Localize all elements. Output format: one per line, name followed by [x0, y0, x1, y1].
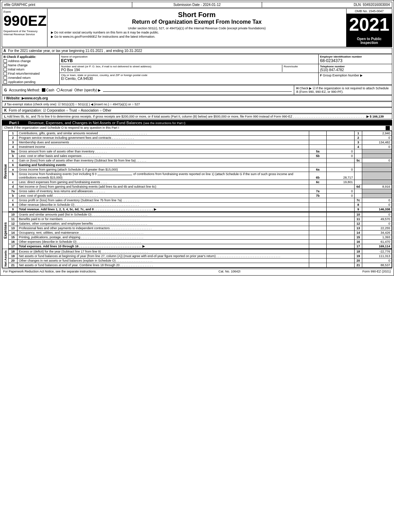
- table-row: 16 Other expenses (describe in Schedule …: [9, 240, 392, 244]
- table-row: c Less: direct expenses from gaming and …: [9, 180, 392, 185]
- section-f-label: F: [320, 74, 322, 77]
- footer-left: For Paperwork Reduction Act Notice, see …: [3, 270, 97, 273]
- room-label: Room/suite: [284, 65, 317, 68]
- form-org-text: Form of organization: ☑ Corporation ○ Tr…: [9, 108, 111, 112]
- table-row: 6 Gaming and fundraising events: [9, 163, 392, 167]
- tax-year: 2021: [347, 14, 392, 35]
- table-row: b Less: cost or other basis and sales ex…: [9, 154, 392, 158]
- ein-value: 68-0234373: [320, 58, 391, 63]
- table-row: 7a Gross sales of inventory, less return…: [9, 189, 392, 194]
- form-note3: ▶ Go to www.irs.gov/Form990EZ for instru…: [51, 35, 343, 38]
- section-a-text: For the 2021 calendar year, or tax year …: [8, 49, 142, 53]
- table-row: 18 Excess or (deficit) for the year (Sub…: [9, 249, 392, 254]
- footer-right: Form 990-EZ (2021): [362, 270, 391, 273]
- city-label: City or town, state or province, country…: [61, 74, 317, 77]
- part-i-check-text: Check if the organization used Schedule …: [4, 126, 119, 130]
- check-application-pending: Application pending: [3, 80, 58, 84]
- dln-number: DLN: 93492016003004: [262, 2, 392, 7]
- table-row: c Gross profit or (loss) from sales of i…: [9, 198, 392, 203]
- table-row: b Gross income from fundraising events (…: [9, 172, 392, 180]
- table-row: 10 Grants and similar amounts paid (list…: [9, 212, 392, 217]
- initial-return-label: Initial return: [8, 68, 24, 71]
- org-name-value: ECYB: [61, 58, 317, 63]
- accounting-label: Accounting Method:: [9, 88, 40, 92]
- check-address-change: Address change: [3, 59, 58, 63]
- open-to-public-label: Open to Public Inspection: [347, 35, 392, 47]
- address-label: Number and street (or P. O. box, if mail…: [61, 65, 279, 68]
- table-row: 12 Salaries, other compensation, and emp…: [9, 222, 392, 226]
- name-change-label: Name change: [8, 63, 28, 67]
- table-row: 14 Occupancy, rent, utilities, and maint…: [9, 231, 392, 235]
- table-row: 5a Gross amount from sale of assets othe…: [9, 149, 392, 154]
- address-change-label: Address change: [8, 59, 31, 63]
- other-label: Other (specify) ▶: [74, 88, 101, 92]
- revenue-side-label: Revenue: [2, 131, 8, 212]
- table-row: 11 Benefits paid to or for members . . .…: [9, 217, 392, 222]
- table-row: 4 Investment income . . . . . . . . . . …: [9, 145, 392, 149]
- org-name-label: Name of organization: [61, 55, 317, 58]
- website-text: Website: ▶www.ecyb.org: [6, 96, 48, 100]
- omb-number: OMB No. 1545-0047: [347, 9, 392, 14]
- part-i-title: Revenue, Expenses, and Changes in Net As…: [26, 120, 392, 126]
- form-subtitle: Department of the Treasury Internal Reve…: [3, 30, 46, 36]
- table-row: 9 Total revenue. Add lines 1, 2, 3, 4, 5…: [9, 207, 392, 212]
- section-l-dots: . . . . . . . . . . . . . . . . . . . . …: [293, 115, 366, 118]
- table-row: 17 Total expenses. Add lines 10 through …: [9, 244, 392, 249]
- table-row: 20 Other changes in net assets or fund b…: [9, 258, 392, 263]
- section-l-label: L: [4, 115, 6, 118]
- table-row: c Gain or (loss) from sale of assets oth…: [9, 158, 392, 163]
- tax-exempt-text: Tax-exempt status (check only one): ☑ 50…: [7, 103, 140, 106]
- section-b-text: Check if applicable:: [7, 55, 36, 59]
- section-b-label: B: [3, 55, 6, 59]
- ein-label: Employer identification number: [320, 55, 391, 58]
- table-row: 3 Membership dues and assessments . . . …: [9, 140, 392, 145]
- table-row: 13 Professional fees and other payments …: [9, 226, 392, 231]
- accrual-option: Accrual: [57, 88, 72, 92]
- form-title-sub: Return of Organization Exempt From Incom…: [51, 19, 343, 25]
- footer-mid: Cat. No. 10642I: [218, 270, 240, 273]
- check-initial-return: Initial return: [3, 68, 58, 71]
- phone-label: Telephone number: [320, 65, 391, 68]
- table-row: 19 Net assets or fund balances at beginn…: [9, 254, 392, 258]
- section-h-label: H: [296, 87, 299, 90]
- section-k-label: K: [4, 108, 7, 112]
- form-note2: ▶ Do not enter social security numbers o…: [51, 31, 343, 34]
- table-row: a Gross income from gaming (attach Sched…: [9, 167, 392, 172]
- table-row: 1 Contributions, gifts, grants, and simi…: [9, 131, 392, 136]
- net-assets-side-label: Net Assets: [2, 249, 8, 268]
- group-exemption-text: Group Exemption Number: [323, 74, 359, 77]
- phone-value: (510) 847-4782: [320, 68, 391, 72]
- table-row: b Less: cost of goods sold . . . . . . .…: [9, 194, 392, 198]
- table-row: 8 Other revenue (describe in Schedule O)…: [9, 203, 392, 207]
- final-return-label: Final return/terminated: [8, 72, 40, 75]
- expenses-side-label: Expenses: [2, 212, 8, 249]
- check-name-change: Name change: [3, 63, 58, 67]
- efile-label: efile GRAPHIC print: [2, 2, 132, 7]
- section-l-amount: ▶ $ 166,139: [366, 115, 384, 118]
- table-row: 15 Printing, publications, postage, and …: [9, 235, 392, 240]
- part-i-label: Part I: [2, 120, 26, 126]
- check-final-return: Final return/terminated: [3, 72, 58, 75]
- part-i-checkbox: [386, 126, 390, 130]
- city-value: El Cerrito, CA 94530: [61, 77, 317, 81]
- amended-return-label: Amended return: [8, 76, 31, 80]
- group-exemption-arrow: ▶: [360, 74, 363, 77]
- application-pending-label: Application pending: [8, 80, 36, 84]
- cash-label: Cash: [46, 88, 54, 92]
- check-amended-return: Amended return: [3, 76, 58, 80]
- section-j-label: J: [4, 103, 6, 106]
- submission-date: Submission Date - 2024-01-12: [132, 2, 262, 7]
- address-value: PO Box 194: [61, 68, 279, 72]
- table-row: 21 Net assets or fund balances at end of…: [9, 263, 392, 268]
- table-row: d Net income or (loss) from gaming and f…: [9, 185, 392, 189]
- form-title-main: Short Form: [51, 11, 343, 19]
- cash-option: Cash: [42, 88, 54, 92]
- section-a-label: A: [3, 49, 6, 53]
- section-h-text: Check ▶ ☑ if the organization is not req…: [296, 87, 389, 93]
- section-i-label: I: [4, 96, 5, 100]
- section-l-text: Add lines 5b, 6c, and 7b to line 9 to de…: [7, 115, 292, 118]
- form-id: 990EZ: [3, 14, 46, 28]
- accrual-label: Accrual: [61, 88, 72, 92]
- form-note1: Under section 501(c), 527, or 4947(a)(1)…: [51, 27, 343, 30]
- table-row: 2 Program service revenue including gove…: [9, 136, 392, 140]
